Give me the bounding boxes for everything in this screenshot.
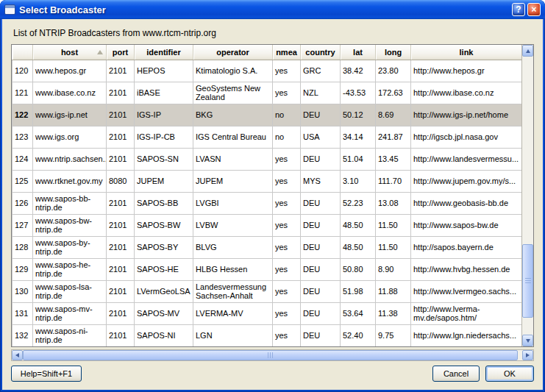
cell-port[interactable]: 2101	[107, 104, 135, 126]
cell-lat[interactable]: 48.50	[341, 236, 376, 258]
cell-nmea[interactable]: yes	[273, 302, 301, 324]
column-header-lat[interactable]: lat	[341, 45, 376, 60]
row-number-cell[interactable]: 130	[13, 280, 33, 302]
cell-link[interactable]: http://www.landesvermessu...	[411, 148, 522, 170]
vertical-scrollbar[interactable]	[521, 45, 533, 346]
cell-country[interactable]: DEU	[301, 302, 341, 324]
cell-lat[interactable]: 38.42	[341, 60, 376, 82]
column-header-country[interactable]: country	[301, 45, 341, 60]
row-number-cell[interactable]: 124	[13, 148, 33, 170]
table-row[interactable]: 129www.sapos-he-ntrip.de2101SAPOS-HEHLBG…	[13, 258, 522, 280]
cell-nmea[interactable]: no	[273, 126, 301, 148]
cell-host[interactable]: www.hepos.gr	[33, 60, 107, 82]
table-row[interactable]: 130www.sapos-lsa-ntrip.de2101LVermGeoLSA…	[13, 280, 522, 302]
cell-operator[interactable]: LVERMA-MV	[193, 302, 273, 324]
row-number-cell[interactable]: 127	[13, 214, 33, 236]
cell-long[interactable]: 8.90	[376, 258, 411, 280]
cell-operator[interactable]: LVGBI	[193, 192, 273, 214]
row-number-cell[interactable]: 126	[13, 192, 33, 214]
cell-link[interactable]: http://www.hepos.gr	[411, 60, 522, 82]
cell-port[interactable]: 2101	[107, 258, 135, 280]
cell-operator[interactable]: JUPEM	[193, 170, 273, 192]
cancel-button[interactable]: Cancel	[432, 366, 480, 382]
cell-identifier[interactable]: JUPEM	[135, 170, 193, 192]
column-header-identifier[interactable]: identifier	[135, 45, 193, 60]
cell-nmea[interactable]: yes	[273, 82, 301, 104]
cell-port[interactable]: 2101	[107, 302, 135, 324]
cell-lat[interactable]: 51.98	[341, 280, 376, 302]
ok-button[interactable]: OK	[485, 366, 534, 382]
cell-country[interactable]: DEU	[301, 236, 341, 258]
titlebar[interactable]: Select Broadcaster ? ×	[0, 0, 545, 19]
cell-link[interactable]: http://www.lverma-mv.de/sapos.htm/	[411, 302, 522, 324]
cell-lat[interactable]: 50.12	[341, 104, 376, 126]
cell-identifier[interactable]: SAPOS-NI	[135, 324, 193, 346]
cell-link[interactable]: http://www.ibase.co.nz	[411, 82, 522, 104]
cell-nmea[interactable]: yes	[273, 148, 301, 170]
scroll-right-button[interactable]	[522, 350, 533, 360]
table-row[interactable]: 123www.igs.org2101IGS-IP-CBIGS Central B…	[13, 126, 522, 148]
cell-operator[interactable]: IGS Central Bureau	[193, 126, 273, 148]
cell-operator[interactable]: LVASN	[193, 148, 273, 170]
cell-country[interactable]: USA	[301, 126, 341, 148]
row-number-cell[interactable]: 120	[13, 60, 33, 82]
cell-nmea[interactable]: yes	[273, 324, 301, 346]
cell-port[interactable]: 2101	[107, 236, 135, 258]
row-number-cell[interactable]: 121	[13, 82, 33, 104]
cell-country[interactable]: DEU	[301, 258, 341, 280]
cell-long[interactable]: 111.70	[376, 170, 411, 192]
cell-port[interactable]: 2101	[107, 214, 135, 236]
row-number-cell[interactable]: 125	[13, 170, 33, 192]
table-row[interactable]: 127www.sapos-bw-ntrip.de2101SAPOS-BWLVBW…	[13, 214, 522, 236]
cell-long[interactable]: 172.63	[376, 82, 411, 104]
cell-link[interactable]: http://www.lvermgeo.sachs...	[411, 280, 522, 302]
cell-port[interactable]: 2101	[107, 60, 135, 82]
cell-long[interactable]: 11.50	[376, 214, 411, 236]
cell-host[interactable]: www.igs.org	[33, 126, 107, 148]
column-header-port[interactable]: port	[107, 45, 135, 60]
cell-lat[interactable]: 50.80	[341, 258, 376, 280]
cell-port[interactable]: 2101	[107, 192, 135, 214]
scroll-left-button[interactable]	[12, 350, 23, 360]
cell-host[interactable]: www.igs-ip.net	[33, 104, 107, 126]
cell-country[interactable]: NZL	[301, 82, 341, 104]
horizontal-scrollbar[interactable]	[11, 349, 534, 361]
row-number-cell[interactable]: 131	[13, 302, 33, 324]
cell-long[interactable]: 8.69	[376, 104, 411, 126]
cell-identifier[interactable]: SAPOS-MV	[135, 302, 193, 324]
cell-long[interactable]: 9.75	[376, 324, 411, 346]
column-header-link[interactable]: link	[411, 45, 522, 60]
vertical-scroll-track[interactable]	[522, 57, 533, 335]
cell-link[interactable]: http://www.igs-ip.net/home	[411, 104, 522, 126]
close-button[interactable]: ×	[527, 3, 541, 16]
cell-long[interactable]: 11.88	[376, 280, 411, 302]
cell-operator[interactable]: LVBW	[193, 214, 273, 236]
cell-port[interactable]: 2101	[107, 280, 135, 302]
table-row[interactable]: 124www.ntrip.sachsen...2101SAPOS-SNLVASN…	[13, 148, 522, 170]
cell-lat[interactable]: 51.04	[341, 148, 376, 170]
cell-nmea[interactable]: yes	[273, 280, 301, 302]
cell-nmea[interactable]: yes	[273, 170, 301, 192]
cell-host[interactable]: www.ibase.co.nz	[33, 82, 107, 104]
cell-host[interactable]: www.ntrip.sachsen...	[33, 148, 107, 170]
cell-country[interactable]: DEU	[301, 148, 341, 170]
cell-port[interactable]: 2101	[107, 126, 135, 148]
cell-operator[interactable]: GeoSystems New Zealand	[193, 82, 273, 104]
scroll-down-button[interactable]	[522, 335, 533, 346]
cell-country[interactable]: DEU	[301, 324, 341, 346]
cell-operator[interactable]: HLBG Hessen	[193, 258, 273, 280]
cell-operator[interactable]: LGN	[193, 324, 273, 346]
cell-link[interactable]: http://www.sapos-bw.de	[411, 214, 522, 236]
cell-port[interactable]: 2101	[107, 324, 135, 346]
cell-nmea[interactable]: yes	[273, 60, 301, 82]
cell-port[interactable]: 2101	[107, 148, 135, 170]
cell-identifier[interactable]: SAPOS-BY	[135, 236, 193, 258]
table-row[interactable]: 128www.sapos-by-ntrip.de2101SAPOS-BYBLVG…	[13, 236, 522, 258]
cell-operator[interactable]: Ktimatologio S.A.	[193, 60, 273, 82]
horizontal-scroll-thumb[interactable]	[23, 350, 518, 360]
cell-link[interactable]: http://www.hvbg.hessen.de	[411, 258, 522, 280]
table-row[interactable]: 121www.ibase.co.nz2101iBASEGeoSystems Ne…	[13, 82, 522, 104]
cell-country[interactable]: DEU	[301, 192, 341, 214]
cell-host[interactable]: www.sapos-lsa-ntrip.de	[33, 280, 107, 302]
help-button[interactable]: ?	[512, 3, 525, 16]
